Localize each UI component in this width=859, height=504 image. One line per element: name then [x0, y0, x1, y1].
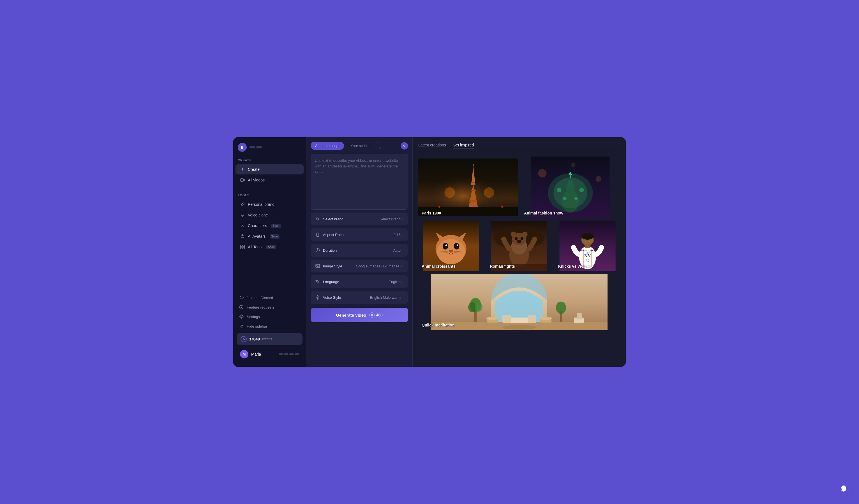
all-tools-badge: Soon	[266, 245, 276, 249]
svg-point-12	[241, 306, 242, 308]
settings-label: Settings	[247, 315, 260, 319]
sidebar-bottom: Join our Discord Feature requests	[233, 293, 306, 361]
gallery-card-animal-fashion[interactable]: Animal fashion show	[521, 157, 620, 218]
sidebar-item-feature-requests[interactable]: Feature requests	[236, 302, 304, 312]
animal-croissants-label: Animal croissants	[422, 264, 455, 269]
svg-point-6	[243, 237, 243, 237]
svg-rect-28	[471, 190, 476, 191]
svg-point-34	[538, 169, 547, 177]
sidebar-item-all-tools[interactable]: All Tools Soon	[236, 242, 304, 252]
setting-language[interactable]: Language English ›	[311, 275, 408, 288]
user-dots-row	[279, 353, 299, 355]
setting-image-style[interactable]: Image Style Google images (12 images) ›	[311, 259, 408, 272]
svg-point-45	[574, 197, 578, 200]
svg-point-61	[449, 250, 453, 253]
characters-badge: Soon	[271, 224, 281, 228]
voice-mic-icon	[315, 295, 320, 300]
section-tools-label: TOOLS	[233, 193, 306, 199]
setting-select-brand[interactable]: Select brand Select Brand ›	[311, 212, 408, 225]
sidebar-item-create[interactable]: Create	[236, 164, 304, 174]
credits-gen-icon: ⊙	[369, 312, 375, 318]
user-avatar-initial: E	[238, 143, 247, 152]
svg-point-57	[443, 243, 448, 250]
tab-your-script[interactable]: Your script	[346, 142, 372, 150]
tab-ai-create[interactable]: AI create script	[311, 142, 344, 150]
setting-duration[interactable]: Duration Auto ›	[311, 244, 408, 257]
svg-text:32: 32	[585, 259, 589, 263]
generate-credits: ⊙ 480	[369, 312, 383, 318]
svg-point-97	[486, 317, 499, 320]
setting-aspect-ratio[interactable]: Aspect Ratio 9:16 ›	[311, 228, 408, 241]
svg-rect-1	[242, 213, 243, 215]
svg-rect-19	[317, 295, 318, 298]
svg-point-23	[484, 187, 494, 198]
credits-amount: 37640	[249, 337, 260, 341]
chevrons-left-icon	[239, 324, 244, 329]
aspect-ratio-value: 9:16 ›	[394, 233, 404, 237]
generate-video-button[interactable]: Generate video ⊙ 480	[311, 308, 408, 322]
svg-rect-10	[243, 247, 244, 249]
discord-icon	[239, 295, 244, 300]
credits-label: credits	[262, 337, 272, 341]
svg-point-32	[501, 206, 503, 208]
sidebar-item-ai-avatars[interactable]: AI Avatars Soon	[236, 231, 304, 241]
sidebar-item-all-videos-label: All videos	[248, 178, 265, 182]
sidebar-item-hide-sidebar[interactable]: Hide sidebar	[236, 321, 304, 331]
svg-point-31	[438, 206, 440, 208]
aspect-ratio-label: Aspect Ratio	[323, 233, 344, 237]
svg-point-2	[242, 224, 243, 225]
credits-icon: ⊙	[241, 336, 247, 342]
gallery-card-meditation[interactable]: Quiick meditation	[418, 274, 620, 330]
sidebar-item-voice-clone-label: Voice clone	[248, 213, 268, 217]
sidebar-item-characters[interactable]: Characters Soon	[236, 221, 304, 231]
svg-rect-107	[577, 313, 582, 319]
tab-latest-creations[interactable]: Latest creations	[418, 143, 446, 148]
gallery-card-paris[interactable]: Paris 1900	[418, 157, 518, 218]
info-icon[interactable]: i	[375, 143, 381, 149]
sidebar-item-settings[interactable]: Settings	[236, 312, 304, 321]
video-icon	[240, 177, 245, 183]
section-create-label: CREATE	[233, 158, 306, 164]
svg-point-72	[522, 232, 528, 237]
grid-icon	[240, 245, 245, 250]
svg-rect-9	[241, 247, 242, 249]
svg-point-109	[502, 325, 536, 330]
svg-point-59	[446, 245, 447, 246]
sidebar-item-ai-avatars-label: AI Avatars	[248, 234, 266, 239]
paris-label: Paris 1900	[422, 211, 441, 215]
gallery-card-animal-croissants[interactable]: Animal croissants	[418, 221, 484, 271]
user-name: Maria	[251, 352, 261, 357]
svg-point-43	[579, 188, 584, 192]
svg-rect-27	[469, 201, 477, 202]
robot-icon	[240, 234, 245, 239]
svg-point-13	[241, 316, 242, 317]
discord-label: Join our Discord	[247, 296, 273, 300]
script-textarea[interactable]	[311, 154, 408, 210]
circle-dot-icon	[239, 305, 244, 310]
mic-icon	[240, 212, 245, 218]
pen-icon	[240, 202, 245, 207]
sidebar-item-voice-clone[interactable]: Voice clone	[236, 210, 304, 220]
svg-point-42	[557, 188, 561, 192]
duration-value: Auto ›	[393, 248, 404, 253]
svg-text:NIKE: NIKE	[585, 252, 590, 254]
sidebar-item-personal-brand[interactable]: Personal brand	[236, 199, 304, 209]
user-dots	[250, 146, 262, 148]
tab-get-inspired[interactable]: Get inspired	[453, 143, 474, 148]
hide-sidebar-label: Hide sidebar	[247, 324, 267, 328]
setting-voice-style[interactable]: Voice Style English Male warm ›	[311, 291, 408, 304]
gallery-bottom-row: Animal croissants	[418, 221, 620, 271]
svg-point-75	[517, 240, 522, 243]
tabs-row: AI create script Your script i ⊙	[311, 142, 408, 150]
voice-style-value: English Male warm ›	[370, 295, 404, 300]
sidebar-item-discord[interactable]: Join our Discord	[236, 293, 304, 302]
chat-bubble-button[interactable]	[837, 482, 850, 495]
sidebar-item-all-videos[interactable]: All videos	[236, 175, 304, 185]
svg-point-36	[571, 163, 575, 167]
svg-point-105	[556, 302, 566, 314]
svg-rect-94	[502, 315, 511, 323]
credits-box: ⊙ 37640 credits	[237, 333, 302, 345]
sidebar-item-personal-brand-label: Personal brand	[248, 202, 274, 207]
gallery-card-roman-fights[interactable]: Roman fights	[486, 221, 552, 271]
gallery-card-knicks[interactable]: NY 32 NIKE NEW YORK K	[555, 221, 620, 271]
